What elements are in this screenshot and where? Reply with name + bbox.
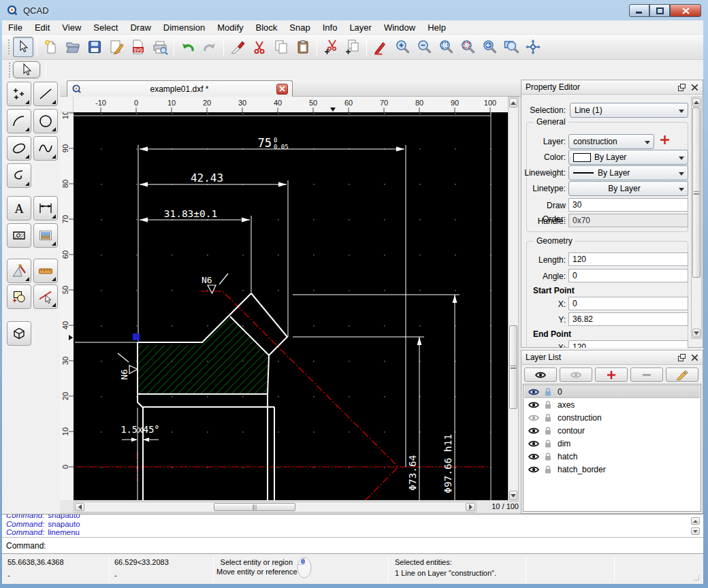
menu-window[interactable]: Window (378, 20, 421, 34)
menu-block[interactable]: Block (250, 20, 284, 34)
dimension-tool-button[interactable] (33, 196, 58, 220)
end-x-field[interactable]: 120 (568, 340, 688, 348)
box3d-tool-button[interactable] (7, 321, 31, 346)
layer-visibility-eye-icon[interactable] (528, 426, 540, 436)
close-panel-icon[interactable] (690, 353, 699, 362)
command-input[interactable] (49, 540, 703, 551)
cut-with-reference-button[interactable] (321, 37, 341, 57)
angle-field[interactable]: 0 (568, 269, 688, 282)
scroll-thumb[interactable] (692, 108, 701, 278)
ellipse-tool-button[interactable] (7, 136, 31, 161)
horizontal-scroll-thumb[interactable] (214, 503, 295, 511)
lineweight-combo[interactable]: By Layer (568, 165, 688, 180)
save-file-button[interactable] (84, 37, 105, 57)
menu-help[interactable]: Help (421, 20, 452, 34)
layer-lock-icon[interactable] (544, 465, 552, 474)
edit-drawing-button[interactable] (106, 37, 127, 57)
open-file-button[interactable] (63, 37, 83, 57)
selection-handle[interactable] (133, 333, 140, 340)
layer-visibility-eye-icon[interactable] (528, 413, 540, 423)
zoom-out-button[interactable] (414, 37, 434, 57)
color-combo[interactable]: By Layer (568, 150, 688, 165)
maximize-button[interactable] (649, 4, 670, 17)
draw-pencil-button[interactable] (370, 37, 391, 57)
linetype-combo[interactable]: By Layer (568, 181, 688, 196)
property-editor-header[interactable]: Property Editor (521, 80, 703, 95)
float-panel-icon[interactable] (677, 353, 686, 362)
scroll-left-icon[interactable] (75, 503, 84, 511)
draw-order-field[interactable]: 30 (568, 198, 688, 212)
modify-tool-button[interactable] (33, 284, 58, 309)
start-x-field[interactable]: 0 (568, 297, 688, 310)
minimize-button[interactable] (629, 4, 649, 17)
layer-lock-icon[interactable] (544, 452, 552, 461)
scroll-down-icon[interactable] (509, 491, 517, 500)
tab-close-icon[interactable] (276, 84, 288, 95)
redo-button[interactable] (199, 37, 220, 57)
menu-file[interactable]: File (2, 20, 29, 34)
resize-grip[interactable] (692, 574, 701, 582)
layer-row-0[interactable]: 0 (524, 385, 700, 398)
layer-row-construction[interactable]: construction (524, 411, 700, 424)
add-layer-button[interactable] (595, 368, 628, 382)
layer-visibility-eye-icon[interactable] (528, 452, 540, 461)
layer-row-hatch_border[interactable]: hatch_border (524, 463, 700, 476)
spline-tool-button[interactable] (33, 136, 58, 161)
length-field[interactable]: 120 (568, 252, 688, 266)
menu-view[interactable]: View (56, 20, 87, 34)
edit-layer-button[interactable] (666, 368, 698, 382)
menu-modify[interactable]: Modify (211, 20, 249, 34)
layer-combo[interactable]: construction (568, 134, 654, 149)
menu-layer[interactable]: Layer (343, 20, 378, 34)
arc-tool-button[interactable] (7, 109, 31, 133)
layer-list-header[interactable]: Layer List (521, 350, 703, 365)
menu-edit[interactable]: Edit (29, 20, 56, 34)
scroll-up-icon[interactable] (509, 98, 517, 108)
circle-tool-button[interactable] (33, 109, 58, 133)
close-button[interactable] (670, 4, 701, 17)
scroll-right-icon[interactable] (466, 503, 475, 511)
scroll-up-icon[interactable] (692, 98, 701, 107)
measure-tool-button[interactable] (33, 259, 58, 283)
print-preview-button[interactable] (150, 37, 170, 57)
copy-button[interactable] (271, 37, 291, 57)
auto-zoom-button[interactable] (436, 37, 456, 57)
layer-visibility-eye-icon[interactable] (528, 400, 540, 410)
previous-view-button[interactable] (479, 37, 500, 57)
vertical-scroll-thumb[interactable] (509, 325, 517, 409)
history-scroll-down-icon[interactable] (691, 527, 700, 535)
zoom-in-button[interactable] (392, 37, 413, 57)
cut-knife-button[interactable] (227, 37, 248, 57)
undo-button[interactable] (178, 37, 198, 57)
misc-tools-tool-button[interactable] (7, 259, 31, 283)
add-layer-icon[interactable] (660, 135, 670, 145)
layer-lock-icon[interactable] (544, 439, 552, 448)
layer-lock-icon[interactable] (544, 387, 552, 397)
scroll-down-icon[interactable] (692, 329, 701, 338)
polyline-tool-button[interactable] (7, 163, 31, 188)
remove-layer-button[interactable] (630, 368, 663, 382)
menu-snap[interactable]: Snap (283, 20, 316, 34)
image-tool-button[interactable] (33, 223, 58, 248)
selection-pointer-button[interactable] (13, 37, 33, 57)
new-file-button[interactable] (41, 37, 61, 57)
menu-dimension[interactable]: Dimension (157, 20, 211, 34)
paste-button[interactable] (293, 37, 313, 57)
layer-lock-icon[interactable] (544, 413, 552, 423)
menu-info[interactable]: Info (317, 20, 344, 34)
svg-export-button[interactable]: SVG (128, 37, 148, 57)
cut-button[interactable] (249, 37, 270, 57)
float-panel-icon[interactable] (677, 83, 686, 92)
layer-lock-icon[interactable] (544, 426, 552, 436)
menu-select[interactable]: Select (87, 20, 124, 34)
property-editor-scrollbar[interactable] (691, 97, 702, 339)
zoom-window-button[interactable] (501, 37, 521, 57)
hide-all-layers-button[interactable] (560, 368, 592, 382)
layer-lock-icon[interactable] (544, 400, 552, 410)
layer-visibility-eye-icon[interactable] (528, 465, 540, 474)
drawing-canvas[interactable]: 75 0 0.05 42.43 31.83±0.1 1.5x45° Φ73.64… (74, 112, 508, 500)
layer-visibility-eye-icon[interactable] (528, 387, 540, 397)
copy-with-reference-button[interactable] (342, 37, 363, 57)
history-scroll-up-icon[interactable] (691, 517, 700, 525)
menu-draw[interactable]: Draw (124, 20, 157, 34)
